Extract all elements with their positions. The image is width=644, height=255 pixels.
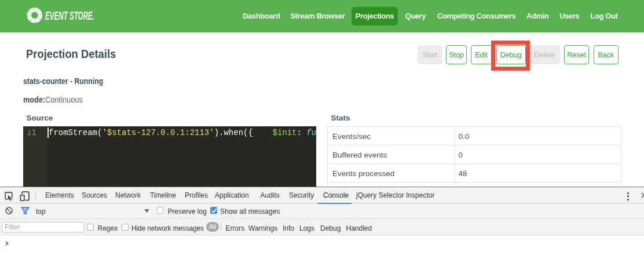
svg-text:EVENT STORE.: EVENT STORE.	[45, 9, 94, 22]
